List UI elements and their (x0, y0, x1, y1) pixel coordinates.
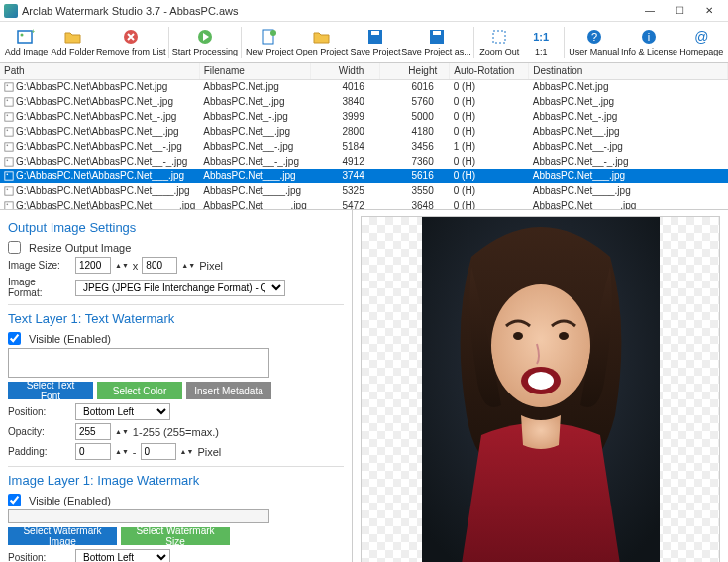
format-label: Image Format: (8, 277, 71, 298)
save-project-button[interactable]: Save Project (350, 26, 400, 58)
preview-canvas (361, 216, 720, 562)
svg-point-29 (7, 174, 9, 176)
svg-point-36 (513, 332, 523, 340)
svg-point-37 (559, 332, 569, 340)
resize-checkbox[interactable] (8, 241, 21, 254)
table-row[interactable]: G:\AbbasPC.Net\AbbasPC.Net__.jpgAbbasPC.… (0, 124, 728, 139)
svg-text:i: i (648, 31, 650, 43)
width-input[interactable] (75, 257, 111, 274)
select-watermark-size-button[interactable]: Select Watermark Size (121, 527, 230, 545)
play-icon (196, 28, 214, 46)
height-input[interactable] (142, 257, 177, 274)
format-select[interactable]: JPEG (JPEG File Interchange Format) - Qu… (75, 280, 285, 296)
table-row[interactable]: G:\AbbasPC.Net\AbbasPC.Net.jpgAbbasPC.Ne… (0, 79, 728, 94)
save-icon (366, 28, 384, 46)
select-color-button[interactable]: Select Color (97, 382, 182, 399)
svg-text:?: ? (591, 31, 597, 43)
text-opacity-input[interactable] (75, 423, 111, 440)
table-row[interactable]: G:\AbbasPC.Net\AbbasPC.Net_.jpgAbbasPC.N… (0, 94, 728, 109)
svg-point-6 (270, 30, 276, 36)
home-icon: @ (692, 28, 710, 46)
svg-rect-22 (5, 128, 13, 136)
col-filename[interactable]: Filename (199, 63, 311, 79)
window-title: Arclab Watermark Studio 3.7 - AbbasPC.aw… (22, 5, 635, 17)
svg-rect-32 (5, 202, 13, 210)
folder-plus-icon (64, 28, 82, 46)
image-visible-checkbox[interactable] (8, 494, 21, 506)
image-plus-icon: + (17, 28, 35, 46)
svg-point-1 (21, 34, 24, 37)
info-button[interactable]: iInfo & License (621, 26, 676, 58)
close-button[interactable]: ✕ (694, 1, 724, 21)
svg-text:+: + (31, 28, 35, 36)
svg-point-19 (7, 100, 9, 102)
image-size-label: Image Size: (8, 260, 71, 271)
watermark-image-path (8, 509, 269, 523)
col-auto[interactable]: Auto-Rotation (450, 63, 529, 79)
watermark-text-input[interactable] (8, 348, 269, 378)
table-row[interactable]: G:\AbbasPC.Net\AbbasPC.Net_____.jpgAbbas… (0, 198, 728, 210)
svg-rect-11 (493, 31, 505, 43)
app-icon (4, 4, 18, 18)
resize-label: Resize Output Image (29, 242, 131, 254)
output-section-title: Output Image Settings (8, 220, 344, 235)
select-watermark-image-button[interactable]: Select Watermark Image (8, 527, 117, 545)
svg-rect-10 (433, 31, 441, 35)
table-row[interactable]: G:\AbbasPC.Net\AbbasPC.Net_-.jpgAbbasPC.… (0, 109, 728, 124)
text-pad-b-input[interactable] (141, 443, 176, 460)
add-folder-button[interactable]: Add Folder (51, 26, 95, 58)
zoom-out-button[interactable]: Zoom Out (478, 26, 520, 58)
svg-point-17 (7, 85, 9, 87)
new-project-button[interactable]: New Project (246, 26, 294, 58)
info-icon: i (640, 28, 658, 46)
text-pad-a-input[interactable] (75, 443, 111, 460)
svg-point-23 (7, 130, 9, 132)
svg-point-25 (7, 145, 9, 147)
folder-open-icon (313, 28, 331, 46)
svg-rect-16 (5, 83, 13, 91)
remove-button[interactable]: Remove from List (97, 26, 164, 58)
svg-rect-30 (5, 187, 13, 195)
col-path[interactable]: Path (0, 63, 199, 79)
help-icon: ? (585, 28, 603, 46)
text-layer-title: Text Layer 1: Text Watermark (8, 311, 344, 326)
image-layer-title: Image Layer 1: Image Watermark (8, 473, 344, 488)
save-as-button[interactable]: Save Project as... (403, 26, 470, 58)
col-width[interactable]: Width (311, 63, 380, 79)
table-row[interactable]: G:\AbbasPC.Net\AbbasPC.Net____.jpgAbbasP… (0, 183, 728, 198)
svg-point-33 (7, 204, 9, 206)
svg-rect-0 (18, 31, 32, 43)
svg-rect-24 (5, 143, 13, 151)
insert-metadata-button[interactable]: Insert Metadata (186, 382, 271, 399)
file-table[interactable]: Path Filename Width Height Auto-Rotation… (0, 63, 728, 210)
homepage-button[interactable]: @Homepage (679, 26, 724, 58)
file-new-icon (260, 28, 278, 46)
table-row[interactable]: G:\AbbasPC.Net\AbbasPC.Net__-.jpgAbbasPC… (0, 139, 728, 154)
text-position-select[interactable]: Bottom Left (75, 403, 170, 420)
remove-icon (122, 28, 140, 46)
minimize-button[interactable]: — (635, 1, 665, 21)
open-project-button[interactable]: Open Project (296, 26, 349, 58)
maximize-button[interactable]: ☐ (665, 1, 694, 21)
svg-point-27 (7, 160, 9, 162)
select-font-button[interactable]: Select Text Font (8, 382, 93, 399)
table-row[interactable]: G:\AbbasPC.Net\AbbasPC.Net__-_.jpgAbbasP… (0, 154, 728, 169)
text-visible-checkbox[interactable] (8, 332, 21, 345)
svg-point-39 (528, 372, 554, 390)
one-to-one-button[interactable]: 1:11:1 (522, 26, 560, 58)
user-manual-button[interactable]: ?User Manual (569, 26, 619, 58)
col-dest[interactable]: Destination (529, 63, 728, 79)
svg-rect-18 (5, 98, 13, 106)
col-height[interactable]: Height (380, 63, 450, 79)
svg-rect-20 (5, 113, 13, 121)
table-row[interactable]: G:\AbbasPC.Net\AbbasPC.Net___.jpgAbbasPC… (0, 169, 728, 183)
add-image-button[interactable]: +Add Image (4, 26, 49, 58)
start-processing-button[interactable]: Start Processing (173, 26, 237, 58)
svg-rect-26 (5, 158, 13, 166)
save-as-icon (428, 28, 446, 46)
preview-image (422, 217, 660, 562)
ratio-icon: 1:1 (532, 28, 550, 46)
svg-point-21 (7, 115, 9, 117)
image-position-select[interactable]: Bottom Left (75, 549, 170, 562)
zoom-out-icon (490, 28, 508, 46)
